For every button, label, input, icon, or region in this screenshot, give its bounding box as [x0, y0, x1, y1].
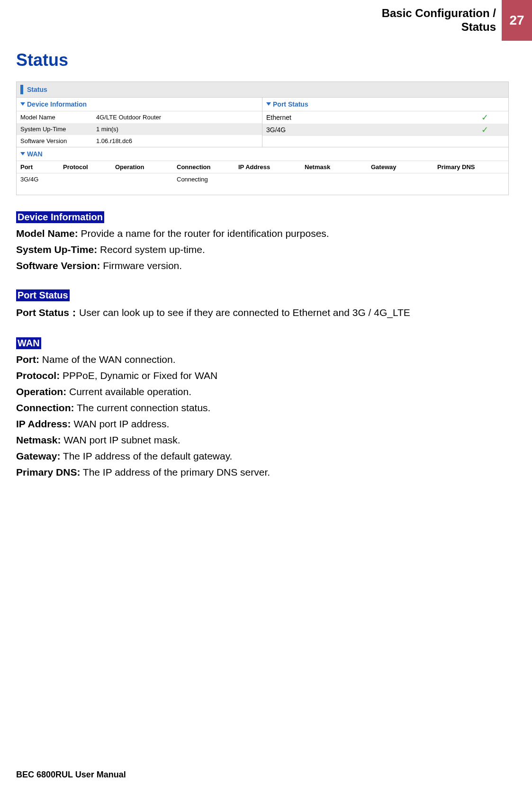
- desc-text: Provide a name for the router for identi…: [78, 228, 329, 239]
- main-title: Status: [16, 50, 516, 70]
- desc-label: Port Status：: [16, 307, 79, 318]
- check-icon: ✓: [461, 125, 508, 135]
- wan-h-operation: Operation: [115, 163, 177, 171]
- triangle-down-icon: [20, 152, 25, 155]
- desc-text: Record system up-time.: [97, 244, 205, 255]
- status-screenshot: Status Device Information Model Name 4G/…: [16, 81, 509, 195]
- sc-status-bar: Status: [17, 82, 508, 98]
- wan-dns: [437, 176, 504, 183]
- page-header: Basic Configuration / Status 27: [0, 0, 532, 41]
- section-head-wan: WAN: [16, 337, 41, 349]
- desc-line: Netmask: WAN port IP subnet mask.: [16, 434, 516, 446]
- header-line-1: Basic Configuration /: [382, 7, 496, 20]
- triangle-down-icon: [266, 102, 271, 106]
- section-head-device-info: Device Information: [16, 211, 104, 223]
- cell-value: 1 min(s): [96, 126, 258, 133]
- wan-h-gateway: Gateway: [371, 163, 437, 171]
- wan-connection: Connecting: [177, 176, 238, 183]
- desc-line: Model Name: Provide a name for the route…: [16, 228, 516, 239]
- wan-h-ip: IP Address: [238, 163, 305, 171]
- desc-line: IP Address: WAN port IP address.: [16, 418, 516, 430]
- desc-label: Operation:: [16, 386, 66, 397]
- table-row: Software Version 1.06.r18t.dc6: [17, 135, 262, 147]
- desc-text: The IP address of the primary DNS server…: [80, 467, 270, 478]
- sc-port-status-header: Port Status: [262, 98, 508, 111]
- port-label: 3G/4G: [262, 124, 461, 136]
- wan-h-dns: Primary DNS: [437, 163, 504, 171]
- cell-label: System Up-Time: [20, 126, 96, 133]
- desc-text: User can look up to see if they are conn…: [79, 307, 410, 318]
- table-row: Model Name 4G/LTE Outdoor Router: [17, 111, 262, 123]
- sc-device-info-header: Device Information: [17, 98, 262, 111]
- table-row: System Up-Time 1 min(s): [17, 123, 262, 135]
- wan-data-row: 3G/4G Connecting: [17, 173, 508, 185]
- wan-netmask: [305, 176, 371, 183]
- desc-label: Primary DNS:: [16, 467, 80, 478]
- desc-text: Name of the WAN connection.: [39, 354, 176, 365]
- footer-text: BEC 6800RUL User Manual: [16, 770, 126, 780]
- desc-label: System Up-Time:: [16, 244, 97, 255]
- wan-h-protocol: Protocol: [63, 163, 115, 171]
- wan-operation: [115, 176, 177, 183]
- page-number: 27: [502, 0, 532, 41]
- desc-text: WAN port IP subnet mask.: [61, 434, 180, 445]
- wan-h-netmask: Netmask: [305, 163, 371, 171]
- desc-line: Protocol: PPPoE, Dynamic or Fixed for WA…: [16, 370, 516, 381]
- desc-label: Gateway:: [16, 451, 60, 461]
- desc-text: PPPoE, Dynamic or Fixed for WAN: [60, 370, 217, 381]
- desc-line: System Up-Time: Record system up-time.: [16, 244, 516, 255]
- cell-value: 4G/LTE Outdoor Router: [96, 114, 258, 121]
- wan-port: 3G/4G: [20, 176, 63, 183]
- desc-line: Operation: Current available operation.: [16, 386, 516, 397]
- desc-label: IP Address:: [16, 418, 71, 429]
- desc-label: Model Name:: [16, 228, 78, 239]
- header-title: Basic Configuration / Status: [376, 0, 502, 41]
- cell-label: Software Version: [20, 137, 96, 144]
- triangle-down-icon: [20, 102, 25, 106]
- desc-text: The current connection status.: [74, 402, 210, 413]
- table-row: 3G/4G ✓: [262, 124, 508, 136]
- desc-label: Software Version:: [16, 260, 100, 271]
- desc-line: Software Version: Firmware version.: [16, 260, 516, 271]
- sc-device-info-title: Device Information: [27, 100, 87, 108]
- cell-label: Model Name: [20, 114, 96, 121]
- section-head-port-status: Port Status: [16, 289, 70, 301]
- wan-header-row: Port Protocol Operation Connection IP Ad…: [17, 161, 508, 173]
- desc-line: Primary DNS: The IP address of the prima…: [16, 467, 516, 478]
- desc-text: The IP address of the default gateway.: [60, 451, 232, 461]
- desc-label: Protocol:: [16, 370, 60, 381]
- wan-h-connection: Connection: [177, 163, 238, 171]
- cell-value: 1.06.r18t.dc6: [96, 137, 258, 144]
- wan-h-port: Port: [20, 163, 63, 171]
- wan-ip: [238, 176, 305, 183]
- desc-line: Port: Name of the WAN connection.: [16, 354, 516, 365]
- desc-line: Port Status：User can look up to see if t…: [16, 306, 516, 319]
- header-line-2: Status: [382, 20, 496, 34]
- wan-gateway: [371, 176, 437, 183]
- table-row: Ethernet ✓: [262, 111, 508, 124]
- desc-label: Port:: [16, 354, 39, 365]
- blue-marker-icon: [20, 85, 23, 94]
- desc-text: Current available operation.: [66, 386, 191, 397]
- wan-protocol: [63, 176, 115, 183]
- sc-status-title: Status: [27, 86, 47, 93]
- check-icon: ✓: [461, 112, 508, 123]
- port-label: Ethernet: [262, 111, 461, 124]
- sc-port-status-title: Port Status: [273, 100, 308, 108]
- desc-label: Connection:: [16, 402, 74, 413]
- desc-text: WAN port IP address.: [71, 418, 170, 429]
- sc-wan-header: WAN: [17, 147, 508, 161]
- desc-line: Connection: The current connection statu…: [16, 402, 516, 414]
- desc-text: Firmware version.: [100, 260, 182, 271]
- desc-line: Gateway: The IP address of the default g…: [16, 451, 516, 462]
- sc-wan-title: WAN: [27, 150, 43, 158]
- desc-label: Netmask:: [16, 434, 61, 445]
